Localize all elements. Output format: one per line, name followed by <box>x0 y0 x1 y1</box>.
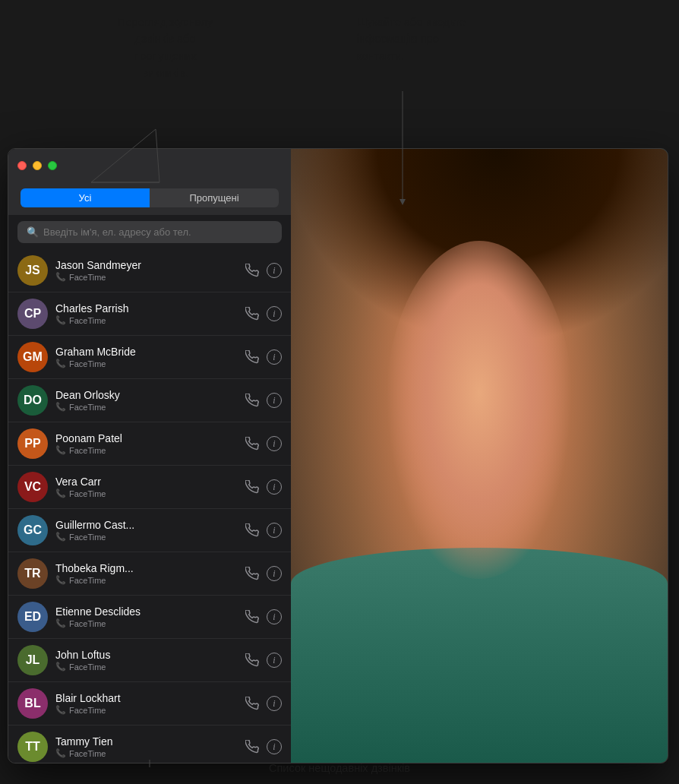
contact-type-label: FaceTime <box>69 316 106 325</box>
avatar: TT <box>17 732 48 762</box>
info-button[interactable]: i <box>267 479 282 495</box>
info-button[interactable]: i <box>267 523 282 538</box>
contact-name: Jason Sandmeyer <box>55 259 236 271</box>
info-button[interactable]: i <box>267 566 282 581</box>
avatar: JS <box>17 255 48 286</box>
contact-row[interactable]: DODean Orlosky📞FaceTimei <box>8 379 291 422</box>
search-bar: 🔍 <box>17 221 282 243</box>
photo-panel <box>291 149 668 763</box>
sidebar: Усі Пропущені 🔍 JSJason Sandmeyer📞FaceTi… <box>8 149 291 763</box>
info-button[interactable]: i <box>267 609 282 624</box>
info-button[interactable]: i <box>267 393 282 408</box>
avatar: ED <box>17 602 48 632</box>
contact-subtitle: 📞FaceTime <box>55 359 236 368</box>
contact-subtitle: 📞FaceTime <box>55 532 236 542</box>
call-button[interactable] <box>244 695 261 712</box>
call-button[interactable] <box>244 392 261 409</box>
contact-type-label: FaceTime <box>69 359 106 368</box>
titlebar <box>8 149 291 182</box>
contact-type-label: FaceTime <box>69 273 106 282</box>
call-button[interactable] <box>244 305 261 322</box>
avatar: JL <box>17 645 48 675</box>
avatar: CP <box>17 299 48 329</box>
contact-row[interactable]: GMGraham McBride📞FaceTimei <box>8 336 291 379</box>
contact-name: Thobeka Rigm... <box>55 562 236 574</box>
contact-actions: i <box>244 392 282 409</box>
call-button[interactable] <box>244 522 261 539</box>
avatar: GM <box>17 342 48 372</box>
phone-icon: 📞 <box>55 402 66 412</box>
contact-actions: i <box>244 609 282 625</box>
info-button[interactable]: i <box>267 696 282 711</box>
contact-actions: i <box>244 738 282 755</box>
contact-actions: i <box>244 652 282 669</box>
contact-subtitle: 📞FaceTime <box>55 402 236 412</box>
info-button[interactable]: i <box>267 263 282 278</box>
maximize-button[interactable] <box>48 161 57 170</box>
contact-info: Etienne Desclides📞FaceTime <box>55 605 236 628</box>
info-button[interactable]: i <box>267 436 282 451</box>
call-button[interactable] <box>244 738 261 755</box>
phone-icon: 📞 <box>55 748 66 758</box>
contact-row[interactable]: JSJason Sandmeyer📞FaceTimei <box>8 249 291 292</box>
minimize-button[interactable] <box>33 161 42 170</box>
contact-name: Graham McBride <box>55 346 236 358</box>
phone-icon: 📞 <box>55 575 66 585</box>
tab-missed[interactable]: Пропущені <box>150 188 279 207</box>
contact-row[interactable]: PPPoonam Patel📞FaceTimei <box>8 422 291 466</box>
call-button[interactable] <box>244 262 261 279</box>
contact-name: Poonam Patel <box>55 432 236 444</box>
app-window: Усі Пропущені 🔍 JSJason Sandmeyer📞FaceTi… <box>8 148 668 763</box>
info-button[interactable]: i <box>267 306 282 321</box>
phone-icon: 📞 <box>55 445 66 455</box>
contact-type-label: FaceTime <box>69 403 106 412</box>
contact-type-label: FaceTime <box>69 446 106 455</box>
call-button[interactable] <box>244 652 261 669</box>
call-button[interactable] <box>244 435 261 452</box>
call-button[interactable] <box>244 479 261 495</box>
tab-all[interactable]: Усі <box>21 188 150 207</box>
contact-subtitle: 📞FaceTime <box>55 575 236 585</box>
contact-subtitle: 📞FaceTime <box>55 272 236 282</box>
avatar: PP <box>17 428 48 459</box>
avatar: TR <box>17 558 48 589</box>
contact-info: Thobeka Rigm...📞FaceTime <box>55 562 236 585</box>
contact-row[interactable]: TRThobeka Rigm...📞FaceTimei <box>8 552 291 596</box>
info-button[interactable]: i <box>267 349 282 365</box>
phone-icon: 📞 <box>55 488 66 498</box>
contact-actions: i <box>244 262 282 279</box>
phone-icon: 📞 <box>55 662 66 672</box>
contact-subtitle: 📞FaceTime <box>55 315 236 325</box>
contact-subtitle: 📞FaceTime <box>55 705 236 715</box>
contact-type-label: FaceTime <box>69 749 106 758</box>
contact-info: Poonam Patel📞FaceTime <box>55 432 236 455</box>
contact-info: Graham McBride📞FaceTime <box>55 346 236 368</box>
contact-actions: i <box>244 479 282 495</box>
contact-row[interactable]: JLJohn Loftus📞FaceTimei <box>8 639 291 682</box>
phone-icon: 📞 <box>55 618 66 628</box>
search-input[interactable] <box>43 226 273 238</box>
contact-name: Dean Orlosky <box>55 389 236 401</box>
contact-type-label: FaceTime <box>69 489 106 498</box>
contact-row[interactable]: EDEtienne Desclides📞FaceTimei <box>8 596 291 639</box>
contact-row[interactable]: VCVera Carr📞FaceTimei <box>8 466 291 509</box>
close-button[interactable] <box>17 161 27 170</box>
info-button[interactable]: i <box>267 739 282 754</box>
contact-row[interactable]: CPCharles Parrish📞FaceTimei <box>8 292 291 336</box>
call-button[interactable] <box>244 609 261 625</box>
contacts-list: JSJason Sandmeyer📞FaceTimeiCPCharles Par… <box>8 249 291 763</box>
contact-info: Dean Orlosky📞FaceTime <box>55 389 236 412</box>
call-button[interactable] <box>244 565 261 582</box>
contact-row[interactable]: BLBlair Lockhart📞FaceTimei <box>8 682 291 726</box>
phone-icon: 📞 <box>55 532 66 542</box>
contact-subtitle: 📞FaceTime <box>55 488 236 498</box>
contact-row[interactable]: TTTammy Tien📞FaceTimei <box>8 726 291 763</box>
phone-icon: 📞 <box>55 272 66 282</box>
contact-name: Guillermo Cast... <box>55 519 236 531</box>
call-button[interactable] <box>244 349 261 365</box>
contact-name: Tammy Tien <box>55 735 236 748</box>
contact-name: Vera Carr <box>55 476 236 488</box>
contact-name: Etienne Desclides <box>55 605 236 618</box>
info-button[interactable]: i <box>267 653 282 668</box>
contact-row[interactable]: GCGuillermo Cast...📞FaceTimei <box>8 509 291 552</box>
